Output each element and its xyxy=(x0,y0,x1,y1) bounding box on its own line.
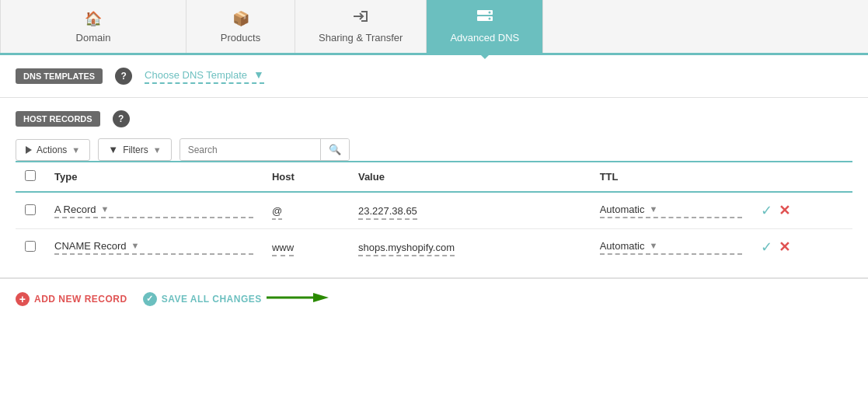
table-row: CNAME Record ▼ www shops.myshopify.com A… xyxy=(16,229,852,266)
select-all-header xyxy=(16,162,45,192)
row1-host-value: @ xyxy=(272,205,282,220)
save-all-changes-button[interactable]: ✓ SAVE ALL CHANGES xyxy=(143,290,329,308)
tab-sharing[interactable]: Sharing & Transfer xyxy=(295,0,427,53)
row1-row-actions: ✓ ✕ xyxy=(761,202,843,219)
tab-advanced-dns-label: Advanced DNS xyxy=(450,32,519,44)
row1-type-cell: A Record ▼ xyxy=(45,192,263,229)
search-input[interactable] xyxy=(180,140,320,160)
advanced-dns-icon xyxy=(476,9,493,27)
row1-host-cell: @ xyxy=(263,192,349,229)
select-all-checkbox[interactable] xyxy=(25,170,36,181)
value-column-header: Value xyxy=(349,162,591,192)
dns-templates-section: DNS TEMPLATES ? Choose DNS Template ▼ xyxy=(0,55,868,98)
sharing-icon xyxy=(352,9,369,27)
host-records-help[interactable]: ? xyxy=(113,110,130,127)
save-check-icon: ✓ xyxy=(143,292,157,306)
row1-ttl-value: Automatic xyxy=(600,204,645,215)
row2-type-caret-icon: ▼ xyxy=(131,241,139,250)
table-row: A Record ▼ @ 23.227.38.65 Automatic ▼ xyxy=(16,192,852,229)
dns-template-dropdown[interactable]: Choose DNS Template ▼ xyxy=(145,68,264,84)
products-icon: 📦 xyxy=(232,10,249,27)
tab-products-label: Products xyxy=(221,32,260,44)
host-records-header: HOST RECORDS ? xyxy=(16,110,852,127)
row1-type-value: A Record xyxy=(54,204,96,215)
host-records-section: HOST RECORDS ? Actions ▼ ▼ Filters ▼ 🔍 xyxy=(0,98,868,278)
row2-ttl-caret-icon: ▼ xyxy=(649,241,657,250)
save-label: SAVE ALL CHANGES xyxy=(162,294,262,305)
row2-checkbox[interactable] xyxy=(25,241,36,252)
search-button[interactable]: 🔍 xyxy=(320,139,349,160)
row2-ttl-cell: Automatic ▼ xyxy=(591,229,751,266)
actions-button[interactable]: Actions ▼ xyxy=(16,139,90,161)
domain-icon: 🏠 xyxy=(85,10,102,27)
row2-delete-icon[interactable]: ✕ xyxy=(779,239,790,256)
row2-host-value: www xyxy=(272,242,294,256)
table-header-row: Type Host Value TTL xyxy=(16,162,852,192)
footer: + ADD NEW RECORD ✓ SAVE ALL CHANGES xyxy=(0,278,868,319)
host-records-toolbar: Actions ▼ ▼ Filters ▼ 🔍 xyxy=(16,138,852,161)
row2-type-select[interactable]: CNAME Record ▼ xyxy=(54,240,253,255)
row1-ttl-select[interactable]: Automatic ▼ xyxy=(600,204,742,218)
dns-templates-help[interactable]: ? xyxy=(115,68,132,85)
tab-domain[interactable]: 🏠 Domain xyxy=(0,0,186,53)
tab-advanced-dns[interactable]: Advanced DNS xyxy=(427,0,543,53)
actions-caret-icon: ▼ xyxy=(71,145,80,155)
top-navigation: 🏠 Domain 📦 Products Sharing & Transfer A… xyxy=(0,0,868,55)
dns-template-placeholder: Choose DNS Template xyxy=(145,69,247,81)
row2-cname-value: shops.myshopify.com xyxy=(358,242,455,256)
plus-icon: + xyxy=(16,292,30,306)
row2-value-cell: shops.myshopify.com xyxy=(349,229,591,266)
row1-actions-cell: ✓ ✕ xyxy=(751,192,852,229)
filter-icon: ▼ xyxy=(108,144,118,155)
row2-type-cell: CNAME Record ▼ xyxy=(45,229,263,266)
row2-host-cell: www xyxy=(263,229,349,266)
filters-caret-icon: ▼ xyxy=(153,145,162,155)
ttl-column-header: TTL xyxy=(591,162,751,192)
row1-save-icon[interactable]: ✓ xyxy=(761,202,772,219)
tab-sharing-label: Sharing & Transfer xyxy=(319,32,403,44)
tab-products[interactable]: 📦 Products xyxy=(186,0,295,53)
row1-ttl-caret-icon: ▼ xyxy=(649,204,657,214)
filters-button[interactable]: ▼ Filters ▼ xyxy=(98,138,171,161)
chevron-down-icon: ▼ xyxy=(253,68,264,81)
svg-point-2 xyxy=(488,12,490,14)
svg-marker-5 xyxy=(313,293,329,302)
type-column-header: Type xyxy=(45,162,263,192)
row1-type-caret-icon: ▼ xyxy=(100,204,109,214)
row2-ttl-select[interactable]: Automatic ▼ xyxy=(600,240,742,255)
svg-point-3 xyxy=(488,18,490,20)
row2-checkbox-cell xyxy=(16,229,45,266)
row1-checkbox[interactable] xyxy=(25,204,36,215)
row2-actions-cell: ✓ ✕ xyxy=(751,229,852,266)
actions-column-header xyxy=(751,162,852,192)
row2-save-icon[interactable]: ✓ xyxy=(761,239,772,256)
row1-checkbox-cell xyxy=(16,192,45,229)
row1-value-cell: 23.227.38.65 xyxy=(349,192,591,229)
dns-templates-label: DNS TEMPLATES xyxy=(16,68,103,84)
host-records-label: HOST RECORDS xyxy=(16,111,100,127)
dns-records-table: Type Host Value TTL A Record ▼ xyxy=(16,161,852,265)
filters-label: Filters xyxy=(123,145,148,155)
row1-ip-value: 23.227.38.65 xyxy=(358,205,417,220)
add-new-record-button[interactable]: + ADD NEW RECORD xyxy=(16,292,127,306)
row2-ttl-value: Automatic xyxy=(600,240,645,252)
arrow-right-icon xyxy=(267,290,329,308)
play-icon xyxy=(26,146,32,154)
row1-delete-icon[interactable]: ✕ xyxy=(779,202,790,219)
search-box: 🔍 xyxy=(180,138,350,161)
row1-type-select[interactable]: A Record ▼ xyxy=(54,204,253,218)
row1-ttl-cell: Automatic ▼ xyxy=(591,192,751,229)
row2-type-value: CNAME Record xyxy=(54,240,126,252)
search-icon: 🔍 xyxy=(329,144,341,155)
add-record-label: ADD NEW RECORD xyxy=(34,294,127,305)
host-column-header: Host xyxy=(263,162,349,192)
actions-label: Actions xyxy=(37,145,67,155)
tab-domain-label: Domain xyxy=(76,32,111,44)
row2-row-actions: ✓ ✕ xyxy=(761,239,843,256)
